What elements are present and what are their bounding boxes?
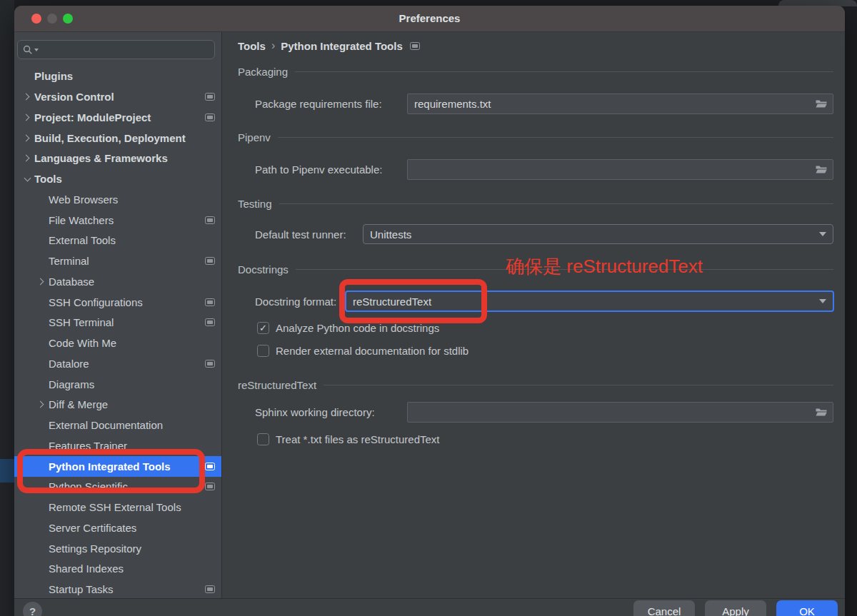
sidebar-item-label: Datalore bbox=[49, 358, 89, 370]
title-bar: Preferences bbox=[14, 6, 845, 32]
test-runner-dropdown[interactable]: Unittests bbox=[363, 224, 833, 244]
chevron-right-icon[interactable] bbox=[23, 155, 30, 162]
panel-icon bbox=[410, 42, 420, 50]
chevron-right-icon[interactable] bbox=[23, 114, 30, 121]
chevron-slot bbox=[34, 563, 49, 575]
chevron-slot bbox=[34, 378, 49, 390]
search-input[interactable] bbox=[17, 40, 215, 59]
sidebar-item-plugins[interactable]: Plugins bbox=[14, 66, 221, 87]
background-left-strip bbox=[0, 0, 14, 616]
sidebar-item-label: Diagrams bbox=[49, 378, 94, 390]
breadcrumb-root[interactable]: Tools bbox=[238, 40, 266, 52]
section-title: Docstrings bbox=[238, 263, 289, 276]
sidebar-item-file-watchers[interactable]: File Watchers bbox=[14, 210, 221, 231]
browse-folder-button[interactable] bbox=[815, 408, 828, 418]
sidebar-item-ssh-terminal[interactable]: SSH Terminal bbox=[14, 313, 221, 333]
analyze-docstrings-checkbox[interactable] bbox=[257, 322, 269, 334]
folder-icon bbox=[816, 99, 827, 108]
chevron-slot bbox=[20, 111, 34, 123]
sidebar-item-external-documentation[interactable]: External Documentation bbox=[14, 415, 221, 435]
sphinx-directory-row: Sphinx working directory: bbox=[255, 402, 375, 423]
chevron-down-icon[interactable] bbox=[24, 174, 31, 181]
sidebar-item-build-execution-deployment[interactable]: Build, Execution, Deployment bbox=[14, 128, 221, 148]
chevron-down-icon bbox=[819, 299, 826, 303]
section-packaging: Packaging bbox=[238, 65, 833, 78]
chevron-slot bbox=[20, 173, 34, 185]
chevron-slot bbox=[34, 256, 49, 267]
sidebar-item-ssh-configurations[interactable]: SSH Configurations bbox=[14, 292, 221, 313]
sidebar-item-label: Build, Execution, Deployment bbox=[34, 132, 186, 144]
sidebar-item-label: Shared Indexes bbox=[49, 562, 124, 575]
sidebar-item-label: Plugins bbox=[34, 70, 73, 82]
sidebar-item-project-moduleproject[interactable]: Project: ModuleProject bbox=[14, 107, 221, 128]
requirements-file-row: Package requirements file: bbox=[255, 94, 382, 114]
sphinx-directory-label: Sphinx working directory: bbox=[255, 406, 375, 418]
sidebar-item-label: Startup Tasks bbox=[49, 583, 114, 595]
chevron-right-icon[interactable] bbox=[23, 134, 30, 141]
sidebar-item-languages-frameworks[interactable]: Languages & Frameworks bbox=[14, 148, 221, 169]
sphinx-directory-field[interactable] bbox=[407, 402, 833, 423]
sidebar-item-label: Diff & Merge bbox=[49, 398, 108, 410]
sidebar-item-label: SSH Configurations bbox=[49, 296, 143, 308]
sidebar-item-server-certificates[interactable]: Server Certificates bbox=[14, 517, 221, 538]
chevron-slot bbox=[34, 235, 49, 246]
sidebar-item-label: Version Control bbox=[34, 91, 114, 103]
background-selection-fragment bbox=[0, 459, 14, 483]
panel-icon bbox=[205, 318, 215, 326]
analyze-docstrings-label: Analyze Python code in docstrings bbox=[276, 322, 439, 334]
search-filter-caret-icon[interactable] bbox=[34, 49, 39, 51]
breadcrumb: Tools › Python Integrated Tools bbox=[238, 38, 426, 54]
screenshot-root: Preferences PluginsVersion ControlProjec… bbox=[0, 0, 857, 616]
section-divider bbox=[279, 203, 833, 204]
apply-button[interactable]: Apply bbox=[705, 600, 766, 616]
pipenv-path-field[interactable] bbox=[407, 159, 833, 180]
sidebar-item-label: Server Certificates bbox=[49, 522, 136, 534]
render-stdlib-checkbox[interactable] bbox=[257, 345, 269, 357]
sidebar-item-terminal[interactable]: Terminal bbox=[14, 251, 221, 271]
sidebar-item-label: File Watchers bbox=[49, 214, 114, 226]
sidebar-item-label: SSH Terminal bbox=[49, 316, 114, 328]
sidebar-item-label: Languages & Frameworks bbox=[34, 152, 168, 164]
search-icon bbox=[23, 45, 33, 55]
help-button[interactable]: ? bbox=[23, 602, 42, 616]
sidebar-item-settings-repository[interactable]: Settings Repository bbox=[14, 538, 221, 559]
sidebar-item-datalore[interactable]: Datalore bbox=[14, 353, 221, 374]
pipenv-path-row: Path to Pipenv executable: bbox=[255, 159, 382, 180]
settings-sidebar: PluginsVersion ControlProject: ModulePro… bbox=[14, 32, 221, 598]
browse-folder-button[interactable] bbox=[815, 99, 828, 109]
chevron-slot bbox=[20, 91, 34, 103]
sidebar-item-remote-ssh-external-tools[interactable]: Remote SSH External Tools bbox=[14, 497, 221, 517]
annotation-text: 确保是 reStructuredText bbox=[506, 254, 703, 279]
requirements-file-field[interactable]: requirements.txt bbox=[407, 94, 833, 114]
treat-txt-label: Treat *.txt files as reStructuredText bbox=[276, 433, 440, 445]
sidebar-item-label: External Documentation bbox=[49, 419, 163, 431]
folder-icon bbox=[816, 408, 827, 417]
sidebar-item-diff-merge[interactable]: Diff & Merge bbox=[14, 395, 221, 415]
pipenv-path-label: Path to Pipenv executable: bbox=[255, 163, 382, 176]
chevron-slot bbox=[34, 502, 49, 513]
sidebar-item-label: Terminal bbox=[49, 255, 89, 267]
sidebar-item-startup-tasks[interactable]: Startup Tasks bbox=[14, 579, 221, 598]
section-divider bbox=[324, 385, 833, 385]
section-pipenv: Pipenv bbox=[238, 131, 833, 143]
ok-button[interactable]: OK bbox=[776, 600, 838, 616]
sidebar-item-database[interactable]: Database bbox=[14, 271, 221, 292]
chevron-right-icon[interactable] bbox=[23, 94, 30, 101]
sidebar-item-web-browsers[interactable]: Web Browsers bbox=[14, 189, 221, 210]
sidebar-item-label: Project: ModuleProject bbox=[34, 111, 151, 123]
cancel-button[interactable]: Cancel bbox=[633, 600, 695, 616]
sidebar-item-code-with-me[interactable]: Code With Me bbox=[14, 333, 221, 353]
sidebar-item-label: External Tools bbox=[49, 234, 116, 246]
sidebar-item-tools[interactable]: Tools bbox=[14, 168, 221, 189]
sidebar-item-diagrams[interactable]: Diagrams bbox=[14, 374, 221, 395]
treat-txt-checkbox[interactable] bbox=[257, 433, 269, 445]
chevron-right-icon[interactable] bbox=[37, 401, 44, 408]
chevron-slot bbox=[34, 338, 49, 349]
sidebar-item-external-tools[interactable]: External Tools bbox=[14, 231, 221, 251]
sidebar-item-version-control[interactable]: Version Control bbox=[14, 86, 221, 107]
chevron-right-icon[interactable] bbox=[37, 278, 44, 286]
browse-folder-button[interactable] bbox=[815, 165, 828, 175]
docstring-format-label: Docstring format: bbox=[255, 296, 336, 308]
sidebar-item-shared-indexes[interactable]: Shared Indexes bbox=[14, 559, 221, 580]
chevron-slot bbox=[34, 522, 49, 533]
